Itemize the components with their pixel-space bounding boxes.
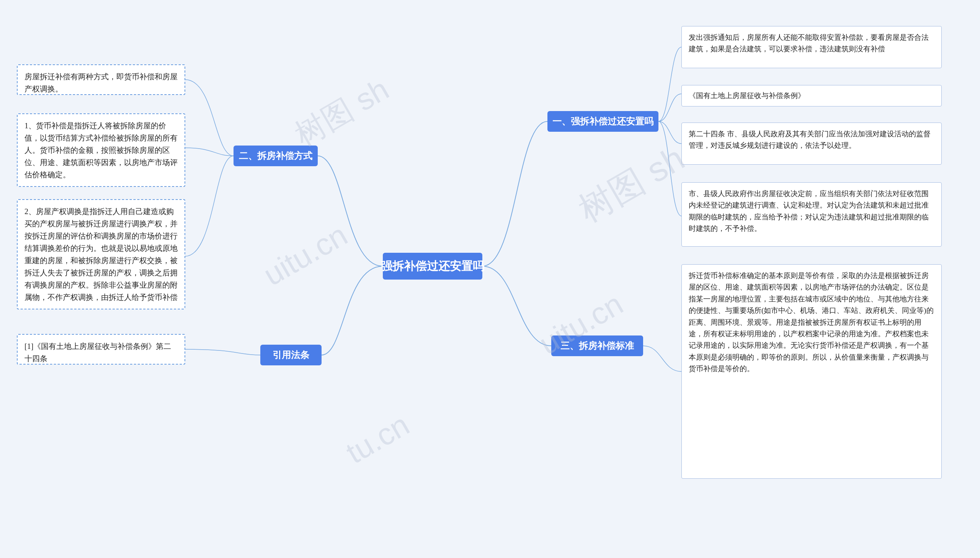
watermark-3: 树图 sh <box>570 135 693 233</box>
watermark-1: 树图 sh <box>288 69 397 156</box>
leaf-pre-decision-survey: 市、县级人民政府作出房屋征收决定前，应当组织有关部门依法对征收范围内未经登记的建… <box>681 182 942 247</box>
watermark-2: uitu.cn <box>258 217 353 293</box>
leaf-property-exchange: 2、房屋产权调换是指拆迁人用自己建造或购买的产权房屋与被拆迁房屋进行调换产权，并… <box>17 199 185 309</box>
leaf-regulation-title: 《国有土地上房屋征收与补偿条例》 <box>681 85 942 107</box>
leaf-compensation-types: 房屋拆迁补偿有两种方式，即货币补偿和房屋产权调换。 <box>17 64 185 95</box>
watermark-5: tu.cn <box>340 407 416 471</box>
center-node: 强拆补偿过还安置吗 <box>383 253 483 279</box>
branch-standard: 三、拆房补偿标准 <box>551 335 643 356</box>
leaf-citation-article24: [1]《国有土地上房屋征收与补偿条例》第二十四条 <box>17 334 185 364</box>
branch-resettlement: 一、强拆补偿过还安置吗 <box>547 111 658 132</box>
leaf-compensation-standard-detail: 拆迁货币补偿标准确定的基本原则是等价有偿，采取的办法是根据被拆迁房屋的区位、用途… <box>681 264 942 479</box>
leaf-legal-compensation-notice: 发出强拆通知后，房屋所有人还能不能取得安置补偿款，要看房屋是否合法建筑，如果是合… <box>681 26 942 68</box>
mind-map-canvas: 强拆补偿过还安置吗 二、拆房补偿方式 引用法条 房屋拆迁补偿有两种方式，即货币补… <box>0 0 980 558</box>
branch-citation: 引用法条 <box>260 345 322 365</box>
leaf-monetary-compensation: 1、货币补偿是指拆迁人将被拆除房屋的价值，以货币结算方式补偿给被拆除房屋的所有人… <box>17 113 185 187</box>
leaf-article24-content: 第二十四条 市、县级人民政府及其有关部门应当依法加强对建设活动的监督管理，对违反… <box>681 123 942 165</box>
branch-compensation: 二、拆房补偿方式 <box>234 146 318 166</box>
